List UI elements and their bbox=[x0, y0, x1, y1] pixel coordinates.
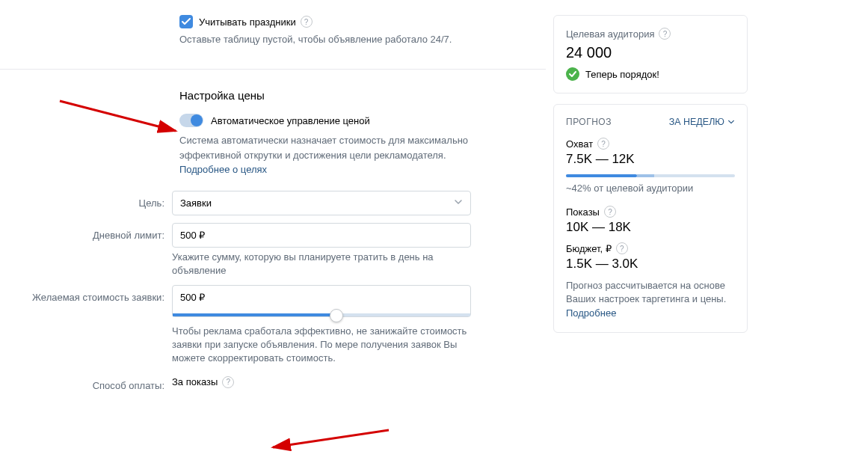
daily-limit-label: Дневной лимит: bbox=[0, 223, 172, 278]
audience-title: Целевая аудитория bbox=[566, 28, 654, 40]
auto-price-toggle[interactable] bbox=[179, 114, 203, 127]
help-icon[interactable]: ? bbox=[604, 206, 616, 218]
forecast-panel: ПРОГНОЗ ЗА НЕДЕЛЮ Охват ? 7.5K — 12K ~42… bbox=[553, 104, 748, 333]
help-icon[interactable]: ? bbox=[616, 242, 628, 254]
help-icon[interactable]: ? bbox=[659, 28, 671, 40]
help-icon[interactable]: ? bbox=[597, 138, 609, 150]
audience-ok-text: Теперь порядок! bbox=[585, 69, 659, 80]
payment-label: Способ оплаты: bbox=[0, 373, 172, 391]
forecast-footer: Прогноз рассчитывается на основе Ваших н… bbox=[566, 279, 735, 320]
reach-percent: ~42% от целевой аудитории bbox=[566, 182, 735, 195]
audience-value: 24 000 bbox=[566, 44, 735, 61]
auto-price-toggle-label: Автоматическое управление ценой bbox=[211, 115, 370, 126]
reach-value: 7.5K — 12K bbox=[566, 152, 735, 167]
desired-cost-label: Желаемая стоимость заявки: bbox=[0, 285, 172, 366]
payment-value: За показы bbox=[172, 376, 218, 387]
daily-limit-input[interactable] bbox=[172, 223, 471, 248]
goal-select[interactable]: Заявки bbox=[172, 191, 471, 215]
chevron-down-icon bbox=[454, 197, 463, 209]
goal-select-value: Заявки bbox=[180, 197, 212, 209]
holidays-checkbox[interactable] bbox=[179, 15, 193, 28]
price-section-title: Настройка цены bbox=[179, 89, 546, 102]
forecast-title: ПРОГНОЗ bbox=[566, 117, 612, 127]
chevron-down-icon bbox=[727, 118, 735, 126]
budget-value: 1.5K — 3.0K bbox=[566, 257, 735, 272]
reach-bar bbox=[566, 174, 735, 177]
holidays-checkbox-label: Учитывать праздники bbox=[199, 16, 296, 28]
desired-cost-value: 500 ₽ bbox=[180, 292, 205, 303]
desired-cost-slider[interactable]: 500 ₽ bbox=[172, 285, 471, 317]
goal-label: Цель: bbox=[0, 191, 172, 215]
desired-cost-hint: Чтобы реклама сработала эффективно, не з… bbox=[172, 325, 471, 366]
daily-limit-hint: Укажите сумму, которую вы планируете тра… bbox=[172, 251, 471, 278]
annotation-arrow bbox=[269, 426, 396, 456]
slider-thumb[interactable] bbox=[330, 309, 343, 322]
holidays-hint: Оставьте таблицу пустой, чтобы объявлени… bbox=[179, 33, 546, 46]
audience-panel: Целевая аудитория ? 24 000 Теперь порядо… bbox=[553, 15, 748, 93]
help-icon[interactable]: ? bbox=[222, 376, 234, 388]
reach-label: Охват bbox=[566, 138, 593, 150]
impressions-label: Показы bbox=[566, 206, 600, 218]
svg-line-1 bbox=[273, 430, 389, 447]
check-icon bbox=[182, 17, 191, 26]
success-icon bbox=[566, 67, 579, 81]
auto-price-description: Система автоматически назначает стоимост… bbox=[179, 133, 478, 177]
impressions-value: 10K — 18K bbox=[566, 220, 735, 235]
forecast-period-dropdown[interactable]: ЗА НЕДЕЛЮ bbox=[669, 117, 735, 127]
goals-more-link[interactable]: Подробнее о целях bbox=[179, 164, 267, 175]
help-icon[interactable]: ? bbox=[301, 16, 313, 28]
budget-label: Бюджет, ₽ bbox=[566, 243, 612, 254]
forecast-more-link[interactable]: Подробнее bbox=[566, 307, 616, 319]
